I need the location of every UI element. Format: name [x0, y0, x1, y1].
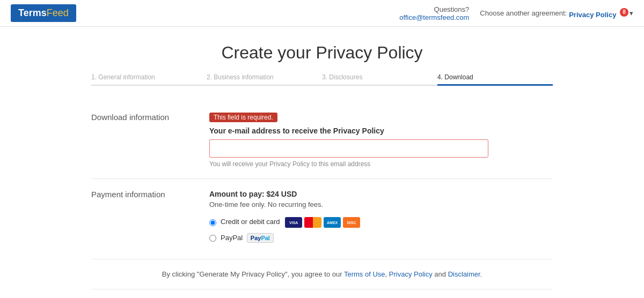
paypal-radio[interactable] — [209, 235, 216, 242]
logo-terms: Terms — [18, 8, 47, 18]
payment-section: Payment information Amount to pay: $24 U… — [91, 179, 553, 259]
payment-section-content: Amount to pay: $24 USD One-time fee only… — [209, 190, 553, 248]
paypal-label[interactable]: PayPal PayPal — [221, 233, 274, 243]
steps-bar: 1. General information 2. Business infor… — [80, 73, 564, 86]
credit-card-radio[interactable] — [209, 219, 216, 226]
card-icons: VISA AMEX DISC — [285, 217, 360, 228]
choose-agreement: Choose another agreement: Privacy Policy… — [480, 8, 633, 19]
amex-icon: AMEX — [324, 217, 341, 228]
main-content: Download information This field is requi… — [80, 102, 564, 298]
contact-email[interactable]: office@termsfeed.com — [399, 13, 469, 21]
mastercard-icon — [304, 217, 321, 228]
page-title: Create your Privacy Policy — [11, 43, 633, 63]
error-badge: This field is required. — [209, 113, 277, 122]
privacy-policy-link[interactable]: Privacy Policy — [389, 270, 433, 278]
email-hint: You will receive your Privacy Policy to … — [209, 160, 553, 168]
download-section: Download information This field is requi… — [91, 102, 553, 179]
questions-label: Questions? — [399, 5, 469, 13]
header-right: Questions? office@termsfeed.com Choose a… — [399, 5, 633, 21]
bottom-actions: Previous step Generate My Privacy Policy — [91, 289, 553, 298]
agreement-and: and — [434, 270, 446, 278]
step-1[interactable]: 1. General information — [91, 73, 207, 86]
terms-of-use-link[interactable]: Terms of Use — [344, 270, 385, 278]
logo[interactable]: TermsFeed — [11, 4, 76, 22]
agreement-section: By clicking "Generate My Privacy Policy"… — [91, 259, 553, 289]
discover-icon: DISC — [343, 217, 360, 228]
agreement-text: By clicking "Generate My Privacy Policy"… — [134, 270, 510, 278]
logo-feed: Feed — [47, 8, 69, 18]
visa-icon: VISA — [285, 217, 302, 228]
paypal-logo: PayPal — [247, 233, 274, 243]
choose-agreement-label: Choose another agreement: — [480, 9, 567, 17]
step-3[interactable]: 3. Disclosures — [322, 73, 437, 86]
questions-block: Questions? office@termsfeed.com — [399, 5, 469, 21]
download-section-label: Download information — [91, 113, 209, 168]
email-input[interactable] — [209, 139, 488, 158]
agreement-link[interactable]: Privacy Policy 8 — [569, 8, 628, 19]
page-title-section: Create your Privacy Policy — [0, 27, 644, 73]
credit-card-option: Credit or debit card VISA AMEX DISC — [209, 217, 553, 228]
header: TermsFeed Questions? office@termsfeed.co… — [0, 0, 644, 27]
disclaimer-link[interactable]: Disclaimer — [448, 270, 480, 278]
agreement-period: . — [480, 270, 482, 278]
download-section-content: This field is required. Your e-mail addr… — [209, 113, 553, 168]
payment-section-label: Payment information — [91, 190, 209, 248]
payment-amount: Amount to pay: $24 USD — [209, 190, 553, 198]
agreement-text-before: By clicking "Generate My Privacy Policy"… — [162, 270, 342, 278]
paypal-option: PayPal PayPal — [209, 233, 553, 243]
notification-badge: 8 — [620, 8, 628, 17]
step-4[interactable]: 4. Download — [437, 73, 553, 86]
dropdown-icon[interactable]: ▾ — [630, 9, 633, 17]
payment-note: One-time fee only. No recurring fees. — [209, 200, 553, 208]
credit-card-label[interactable]: Credit or debit card VISA AMEX DISC — [221, 217, 360, 228]
email-field-label: Your e-mail address to receive the Priva… — [209, 126, 553, 135]
step-2[interactable]: 2. Business information — [207, 73, 322, 86]
